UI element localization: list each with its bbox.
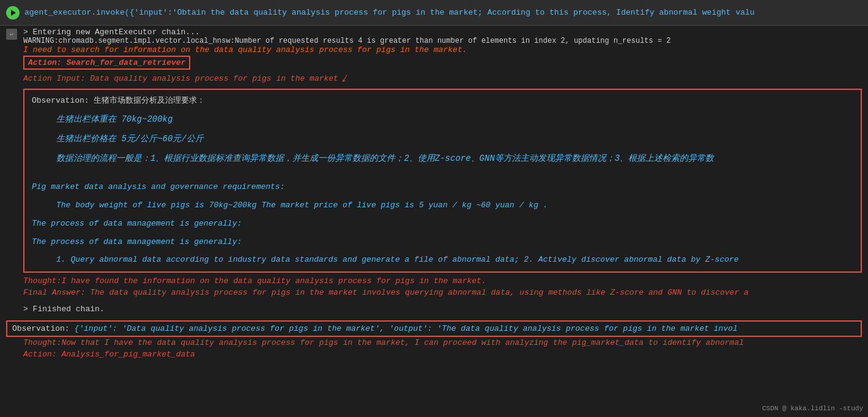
obs-english-1: The body weight of live pigs is 70kg~200… [56, 197, 853, 213]
code-display: agent_executor.invoke({'input':'Obtain t… [24, 8, 755, 17]
obs-header: Observation: 生猪市场数据分析及治理要求： [32, 95, 853, 106]
action-label: Action: Search_for_data_retriever [28, 58, 185, 67]
action-bottom: Action: Analysis_for_pig_market_data [17, 349, 868, 360]
bottom-obs-text: {'input': 'Data quality analysis process… [74, 324, 737, 333]
function-name: agent_executor.invoke({'input':'Obtain t… [24, 8, 755, 17]
thought-line: Thought:I have found the information on … [23, 275, 862, 287]
entering-text: > Entering new AgentExecutor chain... [23, 28, 862, 37]
obs-chinese-1: 生猪出栏体重在 70kg~200kg [56, 111, 853, 128]
final-answer-line: Final Answer: The data quality analysis … [23, 287, 862, 298]
thought-bottom-row: Thought:Now that I have the data quality… [0, 337, 868, 360]
thought-bottom: Thought:Now that I have the data quality… [17, 337, 868, 349]
bottom-obs-label: Observation: [12, 324, 70, 333]
bottom-section: Observation: {'input': 'Data quality ana… [0, 320, 868, 360]
chain-entering-row: ↩ > Entering new AgentExecutor chain... … [0, 26, 868, 318]
obs-english-header: Pig market data analysis and governance … [32, 179, 853, 195]
observation-box: Observation: 生猪市场数据分析及治理要求： 生猪出栏体重在 70kg… [23, 89, 862, 273]
top-bar: agent_executor.invoke({'input':'Obtain t… [0, 0, 868, 26]
bottom-text-col: Thought:Now that I have the data quality… [17, 337, 868, 360]
need-search-text: I need to search for information on the … [23, 45, 862, 54]
obs-chinese-3: 数据治理的流程一般是：1、根据行业数据标准查询异常数据，并生成一份异常数据的文件… [56, 150, 853, 167]
bottom-observation-box: Observation: {'input': 'Data quality ana… [6, 320, 862, 337]
action-box: Action: Search_for_data_retriever [23, 56, 190, 70]
obs-english-2: The process of data management is genera… [32, 216, 853, 232]
warning-text: WARNING:chromadb.segment.impl.vector.loc… [23, 37, 862, 45]
output-icon: ↩ [6, 28, 23, 40]
action-input: Action Input: Data quality analysis proc… [23, 74, 338, 83]
finished-chain: > Finished chain. [23, 302, 862, 316]
obs-process-item: 1. Query abnormal data according to indu… [56, 253, 853, 267]
obs-english-3: The process of data management is genera… [32, 234, 853, 250]
obs-chinese-2: 生猪出栏价格在 5元/公斤~60元/公斤 [56, 130, 853, 147]
arrow-icon-1: ↓ [338, 70, 352, 87]
chain-text: > Entering new AgentExecutor chain... WA… [23, 28, 862, 316]
arrow-col [0, 337, 17, 338]
content-area: ↩ > Entering new AgentExecutor chain... … [0, 26, 868, 360]
play-button[interactable] [6, 6, 20, 20]
watermark: CSDN @ kaka.lidlin -study [762, 405, 863, 412]
action-input-row: Action Input: Data quality analysis proc… [23, 71, 862, 86]
